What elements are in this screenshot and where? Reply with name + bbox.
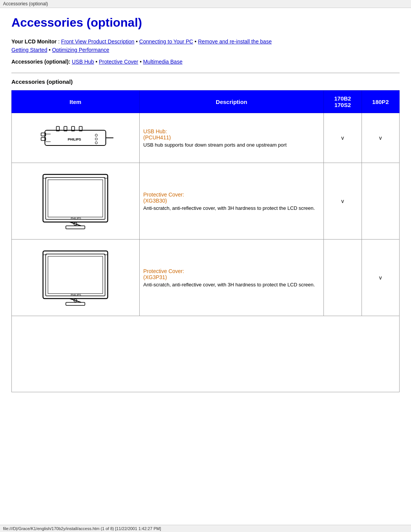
check-180-3: v xyxy=(362,240,399,316)
desc-text-2: Anti-scratch, anti-reflective cover, wit… xyxy=(143,205,320,211)
table-header-row: Item Description 170B2 170S2 180P2 xyxy=(12,91,400,113)
svg-text:PHILIPS: PHILIPS xyxy=(71,217,81,220)
monitor-svg-2: PHILIPS xyxy=(37,247,113,308)
description-cell-3: Protective Cover: (XG3P31) Anti-scratch,… xyxy=(139,240,324,316)
nav-intro: Your LCD Monitor xyxy=(11,38,57,45)
header-180: 180P2 xyxy=(362,91,399,113)
header-description: Description xyxy=(139,91,324,113)
svg-point-11 xyxy=(95,134,97,136)
svg-text:PHILIPS: PHILIPS xyxy=(71,294,81,296)
usb-hub-svg: PHILIPS xyxy=(37,121,113,155)
table-row: PHILIPS Protective Cover: (XG3P31) Anti-… xyxy=(12,240,400,316)
svg-rect-14 xyxy=(43,174,108,222)
header-170: 170B2 170S2 xyxy=(324,91,362,113)
item-image-cell-1: PHILIPS xyxy=(12,113,140,163)
desc-title-1: USB Hub: (PCUH411) xyxy=(143,128,320,141)
description-cell-1: USB Hub: (PCUH411) USB hub supports four… xyxy=(139,113,324,163)
check-170-2: v xyxy=(324,163,362,240)
accessories-label: Accessories (optional): xyxy=(11,59,70,65)
check-170-1: v xyxy=(324,113,362,163)
table-row: PHILIPS USB Hub: ( xyxy=(12,113,400,163)
empty-row xyxy=(12,316,400,392)
section-divider xyxy=(11,73,400,73)
page-title: Accessories (optional) xyxy=(11,16,400,30)
header-item: Item xyxy=(12,91,140,113)
accessories-table: Item Description 170B2 170S2 180P2 xyxy=(11,90,400,392)
desc-text-3: Anti-scratch, anti-reflective cover, wit… xyxy=(143,282,320,288)
nav-link-connecting[interactable]: Connecting to Your PC xyxy=(139,38,193,45)
nav-line-2: Accessories (optional): USB Hub • Protec… xyxy=(11,58,400,66)
desc-text-1: USB hub supports four down stream ports … xyxy=(143,142,320,148)
svg-rect-18 xyxy=(66,226,85,229)
section-heading: Accessories (optional) xyxy=(11,78,400,85)
svg-text:PHILIPS: PHILIPS xyxy=(68,137,81,141)
empty-cell xyxy=(12,316,400,392)
nav-link-front-view[interactable]: Front View Product Description xyxy=(61,38,134,45)
nav-line-1: Your LCD Monitor : Front View Product De… xyxy=(11,37,400,54)
nav-link-getting-started[interactable]: Getting Started xyxy=(11,47,47,53)
svg-rect-25 xyxy=(48,256,103,294)
check-170-3 xyxy=(324,240,362,316)
description-cell-2: Protective Cover: (XG3B30) Anti-scratch,… xyxy=(139,163,324,240)
nav-link-optimizing[interactable]: Optimizing Performance xyxy=(52,47,109,53)
nav-link-remove[interactable]: Remove and re-install the base xyxy=(198,38,272,45)
browser-title-bar: Accessories (optional) xyxy=(0,0,411,8)
table-row: PHILIPS Protective Cover: (XG3B30) Anti-… xyxy=(12,163,400,240)
monitor-cover-image-1: PHILIPS xyxy=(16,167,135,235)
svg-rect-23 xyxy=(43,251,108,299)
item-image-cell-3: PHILIPS xyxy=(12,240,140,316)
check-180-1: v xyxy=(362,113,399,163)
desc-title-3: Protective Cover: (XG3P31) xyxy=(143,268,320,280)
svg-rect-27 xyxy=(66,302,85,305)
svg-rect-16 xyxy=(48,180,103,217)
nav-link-protective-cover[interactable]: Protective Cover xyxy=(99,59,138,65)
nav-link-usb-hub[interactable]: USB Hub xyxy=(72,59,94,65)
desc-title-2: Protective Cover: (XG3B30) xyxy=(143,192,320,204)
nav-link-multimedia-base[interactable]: Multimedia Base xyxy=(143,59,183,65)
main-content: Accessories (optional) Your LCD Monitor … xyxy=(0,8,411,400)
check-180-2 xyxy=(362,163,399,240)
usb-hub-image: PHILIPS xyxy=(16,117,135,159)
svg-point-13 xyxy=(95,142,97,144)
svg-rect-15 xyxy=(46,177,105,219)
browser-title-text: Accessories (optional) xyxy=(3,1,48,6)
item-image-cell-2: PHILIPS xyxy=(12,163,140,240)
monitor-svg-1: PHILIPS xyxy=(37,171,113,232)
svg-point-12 xyxy=(95,138,97,140)
svg-rect-24 xyxy=(46,254,105,296)
monitor-cover-image-2: PHILIPS xyxy=(16,243,135,312)
